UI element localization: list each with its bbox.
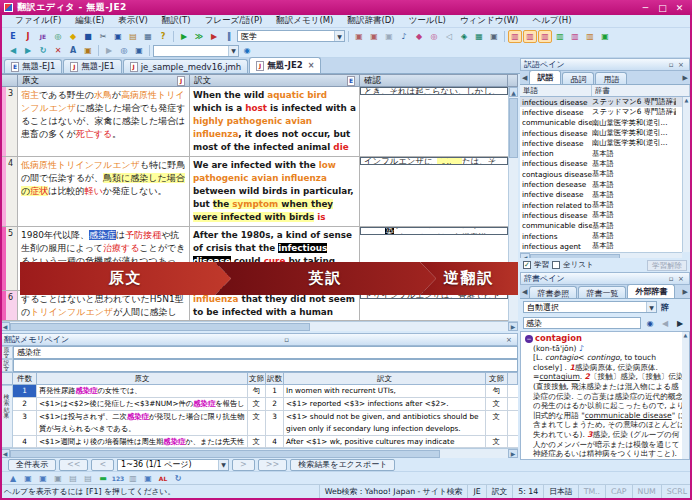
term-candidate-list[interactable]: infectious diseaseステッドマン6 専門語辞書infective…: [520, 97, 690, 252]
menu-item[interactable]: 編集(E): [68, 15, 111, 27]
print-icon[interactable]: ▦: [141, 30, 155, 43]
copy-icon[interactable]: ▣: [111, 30, 125, 43]
memory-row[interactable]: 1再発性尿路感染症の女性では、句1In women with recurrent…: [13, 385, 518, 398]
result-count[interactable]: 4: [13, 436, 37, 447]
help-icon[interactable]: ?: [156, 30, 170, 43]
dict-search-input[interactable]: [523, 317, 641, 329]
source-cell[interactable]: 低病原性トリインフルエンザも特に野鳥の間で伝染するが、鳥類に感染した場合の症状は…: [18, 157, 190, 226]
scroll-thumb[interactable]: [509, 98, 518, 158]
next-page-button[interactable]: >: [232, 459, 255, 471]
open-icon[interactable]: ◆: [66, 30, 80, 43]
translation-row[interactable]: 3宿主である野生の水鳥が高病原性トリインフルエンザに感染した場合でも発症すること…: [0, 87, 518, 157]
tm-search-icon[interactable]: ▣: [21, 472, 35, 485]
tab-scroll-left-icon[interactable]: ◀: [520, 74, 529, 82]
tab-scroll-right-icon[interactable]: ▶: [681, 288, 690, 296]
export-results-button[interactable]: 検索結果をエクスポート: [290, 459, 395, 471]
tm-number-icon[interactable]: 123: [111, 472, 125, 485]
search-icon[interactable]: ◉: [644, 319, 656, 328]
translation-row[interactable]: 6することはないと思われていたH5N1型のトリインフルエンザが人間に感染した。i…: [0, 291, 518, 321]
check-cell[interactable]: 宿主である野生の水生トリが高病原性鳥インフルエンザに感染しているとき、それは起こ…: [360, 87, 508, 95]
new-pair-doc-icon[interactable]: JE: [36, 30, 50, 43]
dict-select-combo[interactable]: 自動選択 ▼: [523, 301, 657, 313]
term-list-scrollbar[interactable]: ▲: [682, 97, 690, 252]
term-row[interactable]: infective diseaseステッドマン6 専門語辞書: [520, 107, 690, 117]
pane-tab[interactable]: 訳語: [529, 70, 561, 84]
run-translation-icon[interactable]: ▶: [177, 30, 191, 43]
term-row[interactable]: communicable disease基本語: [520, 221, 690, 231]
stop-icon[interactable]: ✕: [51, 44, 65, 57]
dict-scrollbar[interactable]: ▲: [682, 332, 689, 459]
scroll-thumb[interactable]: [10, 450, 440, 458]
tm-al-icon[interactable]: AL: [156, 472, 170, 485]
image-icon[interactable]: ▣: [487, 30, 501, 43]
target-cell[interactable]: influenza that they did not seem to be i…: [190, 291, 360, 320]
save-icon[interactable]: ■: [81, 30, 95, 43]
dict-lookup-icon[interactable]: ▣: [352, 30, 366, 43]
new-je-doc-icon[interactable]: J: [21, 30, 35, 43]
stop-translation-icon[interactable]: ▶: [207, 30, 221, 43]
document-tab[interactable]: E無題-EJ1: [4, 59, 62, 73]
menu-item[interactable]: 翻訳(T): [155, 15, 198, 27]
scroll-right-arrow[interactable]: ▶: [508, 322, 518, 331]
tag-pane-toggle-icon[interactable]: ▥: [583, 30, 597, 43]
pin-icon[interactable]: ▫: [282, 336, 292, 344]
result-count[interactable]: 1: [13, 385, 37, 397]
minimize-button[interactable]: ─: [637, 3, 654, 13]
pane-tab[interactable]: 辞書一覧: [578, 286, 626, 298]
address-combo[interactable]: ▼: [153, 45, 239, 57]
learn-checkbox[interactable]: ✓: [523, 261, 531, 269]
memory-target-input[interactable]: [13, 359, 518, 372]
term-row[interactable]: infection基本語: [520, 148, 690, 158]
find-icon[interactable]: ◎: [117, 44, 131, 57]
term-row[interactable]: infection desease基本語: [520, 179, 690, 189]
target-cell[interactable]: When the wild aquatic bird which is a ho…: [190, 87, 360, 156]
dict-pane-toggle-icon[interactable]: ▥: [523, 30, 537, 43]
tm-register-icon[interactable]: ▣: [36, 472, 50, 485]
pane-tab[interactable]: 品詞: [562, 72, 594, 84]
memory-pane-toggle-icon[interactable]: ▥: [538, 30, 552, 43]
all-list-checkbox[interactable]: ✓: [552, 261, 560, 269]
capture-icon[interactable]: ▣: [132, 44, 146, 57]
speaker-icon[interactable]: ♪: [579, 344, 584, 353]
chart-icon[interactable]: ▦: [472, 30, 486, 43]
menu-item[interactable]: 翻訳辞書(D): [340, 15, 401, 27]
menu-item[interactable]: ウィンドウ(W): [453, 15, 526, 27]
chevron-down-icon[interactable]: ▼: [334, 31, 344, 41]
menu-item[interactable]: ヘルプ(H): [525, 15, 578, 27]
memory-row[interactable]: 2<$1>は<$2>後に発症した<$3#NUM>件の感染症を報告した。文2<$1…: [13, 398, 518, 411]
menu-item[interactable]: フレーズ/語(P): [198, 15, 270, 27]
term-row[interactable]: contagious disease基本語: [520, 169, 690, 179]
scroll-thumb[interactable]: [10, 323, 310, 331]
tm-delete-icon[interactable]: ▤: [81, 472, 95, 485]
pin-icon[interactable]: ▫: [666, 275, 676, 283]
document-tab[interactable]: J無題-JE1: [63, 59, 121, 73]
check-cell[interactable]: 我々は特に野鳥の間に低い病原性鳥インフルエンザに感染している、しかし、彼らがトリ…: [360, 157, 508, 165]
tm-refresh-icon[interactable]: ↻: [171, 472, 185, 485]
chevron-down-icon[interactable]: ▼: [646, 302, 656, 312]
play-icon[interactable]: ▶: [102, 44, 116, 57]
maximize-button[interactable]: □: [654, 3, 671, 13]
chevron-down-icon[interactable]: ▼: [218, 460, 228, 470]
term-row[interactable]: infective disease南山堂医学英和(逆引...: [520, 138, 690, 148]
new-ej-doc-icon[interactable]: E: [6, 30, 20, 43]
document-tab[interactable]: J無題-JE2×: [249, 57, 321, 73]
close-icon[interactable]: ×: [504, 336, 514, 344]
term-row[interactable]: infective disease基本語: [520, 190, 690, 200]
dict-browse-icon[interactable]: ▣: [367, 30, 381, 43]
term-row[interactable]: infectious disease基本語: [520, 210, 690, 220]
close-icon[interactable]: ×: [676, 61, 686, 69]
source-cell[interactable]: することはないと思われていたH5N1型のトリインフルエンザが人間に感染した。: [18, 291, 190, 320]
scroll-up-arrow[interactable]: ▲: [509, 87, 518, 97]
retranslate-icon[interactable]: ≫: [192, 30, 206, 43]
term-row[interactable]: infectious disease南山堂医学英和(逆引...: [520, 128, 690, 138]
back-icon[interactable]: ◀: [6, 44, 20, 57]
show-all-button[interactable]: 全件表示: [8, 459, 56, 471]
result-count[interactable]: 2: [13, 398, 37, 410]
term-row[interactable]: infection related to基本語: [520, 200, 690, 210]
tm-green-icon[interactable]: ▬: [96, 472, 110, 485]
tm-pair-icon[interactable]: ▥: [126, 472, 140, 485]
web-search-icon[interactable]: ◉: [240, 44, 254, 57]
next-entry-icon[interactable]: ▶: [674, 319, 686, 328]
memory-horizontal-scrollbar[interactable]: ◀ ▶: [0, 448, 518, 458]
forward-icon[interactable]: ▶: [21, 44, 35, 57]
